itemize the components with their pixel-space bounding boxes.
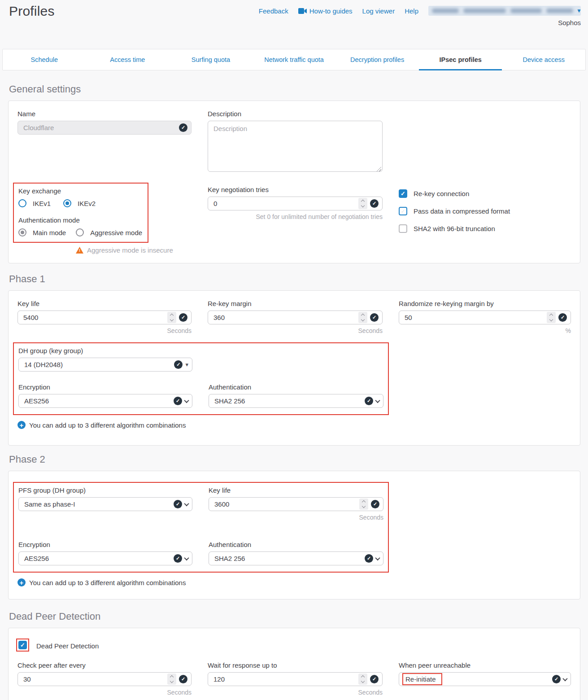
tab-decryption-profiles[interactable]: Decryption profiles — [335, 49, 419, 70]
dpd-enable-checkbox[interactable] — [18, 641, 27, 649]
p1-authentication-select[interactable]: SHA2 256 — [209, 394, 383, 408]
p1-randomize-field[interactable] — [399, 311, 571, 324]
name-label: Name — [17, 110, 192, 118]
dpd-check-peer-field[interactable] — [17, 672, 192, 686]
phase2-heading: Phase 2 — [9, 454, 580, 465]
p1-dh-group-select[interactable]: 14 (DH2048) — [18, 358, 192, 372]
annotation-box-phase1-algorithms: DH group (key group) 14 (DH2048) Encrypt… — [13, 342, 389, 415]
valid-icon — [179, 313, 187, 322]
add-combination-icon[interactable] — [17, 578, 26, 586]
key-negotiation-field[interactable] — [208, 197, 383, 210]
number-stepper[interactable] — [358, 198, 367, 209]
compressed-format-checkbox[interactable] — [399, 207, 407, 215]
account-menu[interactable]: ▼ — [428, 6, 581, 16]
tab-surfing-quota[interactable]: Surfing quota — [169, 49, 253, 70]
valid-icon — [174, 360, 183, 369]
chevron-up-icon[interactable] — [361, 675, 365, 679]
dpd-wait-unit: Seconds — [208, 689, 383, 696]
p1-randomize-input[interactable] — [405, 314, 544, 321]
tab-device-access[interactable]: Device access — [502, 49, 585, 70]
chevron-down-icon[interactable] — [170, 679, 174, 683]
rekey-connection-label: Re-key connection — [414, 190, 469, 197]
rekey-connection-checkbox[interactable] — [399, 189, 407, 198]
p2-encryption-label: Encryption — [18, 541, 192, 548]
radio-aggressive-mode[interactable] — [76, 228, 84, 236]
p2-authentication-value: SHA2 256 — [214, 555, 362, 562]
feedback-link[interactable]: Feedback — [259, 7, 288, 15]
aggressive-mode-warning: Aggressive mode is insecure — [87, 246, 173, 254]
radio-ikev1[interactable] — [18, 199, 26, 207]
chevron-up-icon[interactable] — [549, 314, 553, 317]
dpd-wait-input[interactable] — [213, 675, 356, 683]
p2-key-life-field[interactable] — [209, 497, 383, 511]
howto-guides-link[interactable]: How-to guides — [298, 7, 353, 15]
tab-access-time[interactable]: Access time — [86, 49, 170, 70]
add-combination-icon[interactable] — [17, 421, 26, 429]
name-field — [17, 121, 192, 135]
chevron-up-icon[interactable] — [361, 314, 365, 317]
phase1-heading: Phase 1 — [9, 273, 580, 285]
chevron-down-icon — [562, 676, 567, 681]
p1-key-life-field[interactable] — [17, 311, 192, 324]
tab-schedule[interactable]: Schedule — [3, 49, 86, 70]
chevron-up-icon[interactable] — [170, 314, 174, 317]
auth-mode-label: Authentication mode — [18, 216, 142, 224]
annotation-box-dpd-checkbox — [16, 639, 29, 652]
chevron-down-icon[interactable] — [549, 318, 553, 321]
description-field[interactable] — [208, 121, 383, 174]
number-stepper[interactable] — [167, 674, 176, 685]
number-stepper[interactable] — [167, 312, 176, 323]
p2-authentication-select[interactable]: SHA2 256 — [209, 551, 383, 565]
dpd-check-peer-unit: Seconds — [17, 689, 192, 696]
p2-encryption-select[interactable]: AES256 — [18, 551, 192, 565]
p1-rekey-margin-input[interactable] — [213, 314, 356, 321]
warning-icon — [76, 247, 83, 254]
video-camera-icon — [298, 8, 307, 14]
chevron-down-icon[interactable] — [361, 204, 365, 207]
chevron-up-icon[interactable] — [361, 200, 365, 203]
number-stepper[interactable] — [359, 499, 368, 510]
log-viewer-link[interactable]: Log viewer — [362, 7, 395, 15]
tab-ipsec-profiles[interactable]: IPsec profiles — [419, 49, 502, 70]
radio-ikev2[interactable] — [63, 199, 71, 207]
redacted-account-text — [428, 9, 573, 13]
p2-pfs-group-select[interactable]: Same as phase-I — [18, 497, 192, 511]
radio-aggressive-mode-label: Aggressive mode — [90, 229, 142, 236]
general-settings-card: Name Description Key exchange — [8, 101, 580, 263]
chevron-up-icon[interactable] — [170, 675, 174, 679]
p1-key-life-input[interactable] — [23, 314, 165, 321]
chevron-down-icon — [375, 398, 380, 402]
radio-main-mode[interactable] — [18, 228, 26, 236]
p2-authentication-label: Authentication — [209, 541, 383, 548]
dpd-check-peer-input[interactable] — [23, 675, 165, 683]
valid-icon — [174, 397, 182, 405]
help-link[interactable]: Help — [405, 7, 418, 15]
valid-icon — [552, 675, 561, 683]
valid-icon — [370, 675, 379, 683]
tab-network-traffic-quota[interactable]: Network traffic quota — [253, 49, 336, 70]
chevron-down-icon[interactable] — [361, 318, 365, 321]
p1-encryption-select[interactable]: AES256 — [18, 394, 192, 408]
number-stepper[interactable] — [358, 312, 367, 323]
chevron-down-icon[interactable] — [361, 679, 365, 683]
phase1-card: Key life Seconds Re-key margin — [8, 290, 580, 446]
page-header: Profiles Feedback How-to guides Log view… — [0, 0, 588, 49]
profile-tabbar: Schedule Access time Surfing quota Netwo… — [2, 49, 586, 70]
p2-key-life-unit: Seconds — [209, 514, 383, 521]
dpd-unreachable-select[interactable]: Re-initiate — [399, 672, 571, 686]
p2-key-life-input[interactable] — [214, 500, 357, 508]
sha2-truncation-checkbox[interactable] — [399, 224, 407, 233]
description-input[interactable] — [208, 121, 383, 172]
number-stepper[interactable] — [547, 312, 556, 323]
p1-randomize-label: Randomize re-keying margin by — [399, 300, 571, 307]
number-stepper[interactable] — [358, 674, 367, 685]
chevron-down-icon[interactable] — [170, 318, 174, 321]
p1-dh-group-label: DH group (key group) — [18, 347, 192, 354]
chevron-down-icon[interactable] — [362, 504, 366, 508]
dpd-wait-field[interactable] — [208, 672, 383, 686]
chevron-up-icon[interactable] — [362, 500, 366, 504]
key-negotiation-input[interactable] — [213, 200, 356, 207]
general-settings-heading: General settings — [9, 83, 580, 95]
p1-key-life-unit: Seconds — [17, 327, 192, 334]
p1-rekey-margin-field[interactable] — [208, 311, 383, 324]
